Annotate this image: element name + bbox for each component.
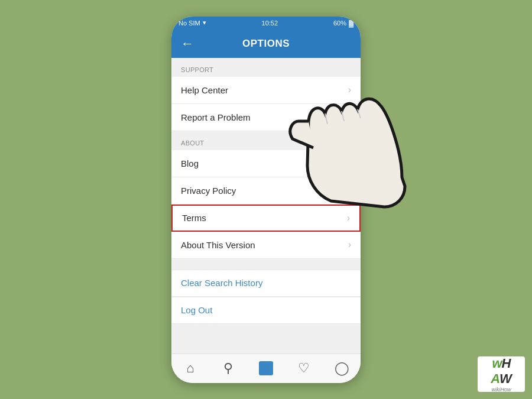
time-label: 10:52 bbox=[262, 20, 278, 27]
status-left: No SIM ▾ bbox=[179, 19, 206, 27]
section-header-about: ABOUT bbox=[171, 131, 361, 150]
chevron-icon-blog: › bbox=[348, 158, 351, 168]
back-button[interactable]: ← bbox=[181, 36, 194, 51]
status-bar: No SIM ▾ 10:52 60% ▓ bbox=[171, 17, 361, 30]
app-header: ← OPTIONS bbox=[171, 30, 361, 58]
menu-item-report-problem[interactable]: Report a Problem › bbox=[171, 104, 361, 131]
battery-icon: ▓ bbox=[349, 20, 353, 27]
section-header-support: SUPPORT bbox=[171, 58, 361, 77]
carrier-label: No SIM bbox=[179, 20, 200, 27]
chevron-icon-privacy-policy: › bbox=[348, 185, 351, 196]
menu-item-label-terms: Terms bbox=[182, 213, 206, 223]
home-icon: ⌂ bbox=[186, 361, 194, 376]
profile-icon: ◯ bbox=[335, 361, 349, 376]
nav-item-camera[interactable] bbox=[247, 354, 285, 383]
chevron-icon-help-center: › bbox=[348, 85, 351, 95]
menu-item-help-center[interactable]: Help Center › bbox=[171, 77, 361, 104]
action-label-log-out: Log Out bbox=[181, 305, 212, 315]
content-area: SUPPORT Help Center › Report a Problem ›… bbox=[171, 58, 361, 353]
menu-item-label-help-center: Help Center bbox=[181, 85, 228, 95]
action-label-clear-search-history: Clear Search History bbox=[181, 278, 262, 288]
menu-item-label-report-problem: Report a Problem bbox=[181, 112, 251, 122]
nav-item-heart[interactable]: ♡ bbox=[285, 354, 323, 383]
page-title: OPTIONS bbox=[242, 38, 290, 50]
wikihow-label: wikiHow bbox=[491, 387, 511, 392]
action-log-out[interactable]: Log Out bbox=[171, 297, 361, 324]
chevron-icon-terms: › bbox=[347, 213, 350, 223]
battery-label: 60% bbox=[333, 20, 346, 27]
status-right: 60% ▓ bbox=[333, 20, 353, 27]
menu-item-label-blog: Blog bbox=[181, 158, 199, 168]
nav-item-profile[interactable]: ◯ bbox=[323, 354, 361, 383]
menu-item-about-version[interactable]: About This Version › bbox=[171, 232, 361, 259]
camera-icon bbox=[259, 361, 273, 375]
spacer bbox=[171, 259, 361, 270]
menu-item-privacy-policy[interactable]: Privacy Policy › bbox=[171, 177, 361, 205]
wikihow-watermark: wH AW wikiHow bbox=[478, 356, 525, 392]
chevron-icon-report-problem: › bbox=[348, 112, 351, 122]
menu-item-blog[interactable]: Blog › bbox=[171, 150, 361, 177]
menu-item-terms[interactable]: Terms › bbox=[171, 205, 361, 232]
menu-item-label-privacy-policy: Privacy Policy bbox=[181, 186, 236, 196]
action-clear-search-history[interactable]: Clear Search History bbox=[171, 270, 361, 297]
bottom-nav: ⌂ ⚲ ♡ ◯ bbox=[171, 353, 361, 383]
heart-icon: ♡ bbox=[298, 361, 310, 376]
wifi-icon: ▾ bbox=[203, 19, 206, 27]
search-icon: ⚲ bbox=[223, 361, 233, 376]
chevron-icon-about-version: › bbox=[348, 239, 351, 250]
nav-item-home[interactable]: ⌂ bbox=[171, 354, 209, 383]
phone: No SIM ▾ 10:52 60% ▓ ← OPTIONS SUPPORT H… bbox=[171, 17, 361, 383]
menu-item-label-about-version: About This Version bbox=[181, 240, 255, 250]
nav-item-search[interactable]: ⚲ bbox=[209, 354, 247, 383]
